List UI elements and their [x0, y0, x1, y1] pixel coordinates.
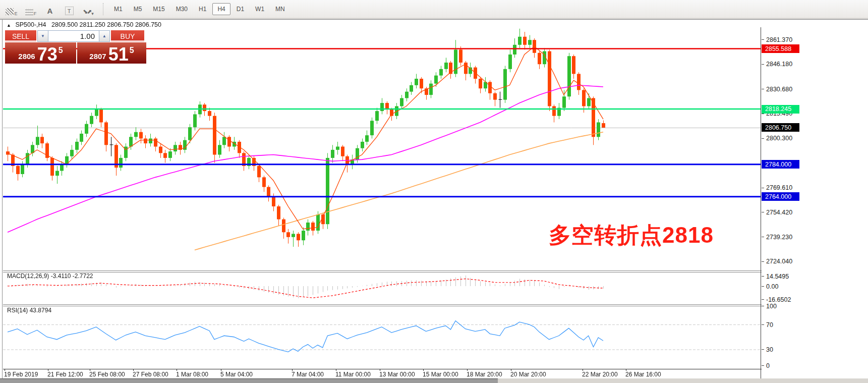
price-axis-tick: 2769.610	[762, 184, 792, 192]
timeframe-button-M5[interactable]: M5	[129, 3, 147, 15]
timeframe-button-M15[interactable]: M15	[148, 3, 169, 15]
time-axis-label: 1 Mar 08:00	[176, 371, 208, 378]
volume-increase-button[interactable]: ▲	[99, 30, 110, 42]
volume-input[interactable]: 1.00	[48, 30, 99, 42]
time-axis-label: 5 Mar 04:00	[220, 371, 253, 378]
price-level-badge: 2784.000	[762, 160, 799, 169]
timeframe-button-M30[interactable]: M30	[171, 3, 193, 15]
letter-a-glyph: A	[47, 7, 53, 15]
price-chart-canvas[interactable]	[3, 20, 762, 378]
time-axis-label: 18 Mar 20:00	[467, 371, 502, 378]
time-axis-label: 26 Mar 16:00	[625, 371, 661, 378]
time-axis-label: 21 Feb 12:00	[47, 371, 83, 378]
horizontal-scrollbar-thumb[interactable]	[0, 378, 498, 383]
sell-price-handle: 2806	[18, 52, 35, 61]
text-label-icon[interactable]: A	[42, 3, 57, 15]
sell-price-big-digits: 73	[37, 47, 57, 62]
price-axis-tick: 2861.370	[762, 35, 792, 44]
time-axis-label: 22 Mar 20:00	[582, 371, 618, 378]
price-axis-tick: 2724.040	[762, 257, 792, 266]
timeframe-bar: M1M5M15M30H1H4D1W1MN	[109, 3, 290, 15]
arrange-windows-icon[interactable]: ⬊⬈ ▾	[81, 3, 96, 15]
indicator-axis-tick: 30	[762, 345, 773, 354]
price-level-badge: 2855.588	[762, 44, 799, 53]
symbol-title: SP500-,H4	[15, 21, 46, 28]
timeframe-button-MN[interactable]: MN	[270, 3, 290, 15]
buy-price-handle: 2807	[89, 52, 106, 61]
ohlc-values: 2809.500 2811.250 2806.750 2806.750	[51, 21, 161, 28]
time-axis-label: 15 Mar 00:00	[423, 371, 458, 378]
icon-sub-letter: F	[34, 11, 37, 16]
timeframe-button-H4[interactable]: H4	[212, 3, 230, 15]
rsi-label: RSI(14) 43.8794	[7, 307, 51, 314]
toolbar: E F A T ⬊⬈ ▾ M1M5M15M30H1H4D1W1MN	[0, 0, 868, 19]
indicator-list-icon[interactable]: E	[4, 3, 19, 15]
chart-text-annotation: 多空转折点2818	[549, 221, 714, 250]
boxed-t-glyph: T	[65, 7, 74, 15]
mt4-terminal: E F A T ⬊⬈ ▾ M1M5M15M30H1H4D1W1MN ▲ SP50…	[0, 0, 868, 383]
time-axis-label: 11 Mar 00:00	[335, 371, 371, 378]
macd-label: MACD(12,26,9) -3.4110 -2.7722	[7, 272, 93, 280]
price-level-badge: 2806.750	[762, 123, 799, 132]
time-axis-label: 19 Feb 2019	[4, 371, 38, 378]
text-box-icon[interactable]: T	[62, 3, 77, 15]
price-level-badge: 2764.000	[762, 192, 799, 201]
trade-controls-row: SELL ▼ 1.00 ▲ BUY	[5, 30, 146, 42]
sell-price-pip-fraction: 5	[59, 46, 63, 55]
indicator-axis-tick: 0	[762, 361, 770, 370]
timeframe-button-M1[interactable]: M1	[109, 3, 128, 15]
price-axis-tick: 2830.680	[762, 85, 792, 93]
price-axis: 2861.3702846.1802830.6802815.4902800.300…	[762, 20, 868, 378]
time-axis-label: 13 Mar 00:00	[379, 371, 415, 378]
horizontal-scrollbar-track[interactable]	[0, 378, 868, 383]
buy-price-display[interactable]: 2807 51 5	[77, 42, 146, 64]
time-axis-label: 20 Mar 20:00	[510, 371, 546, 378]
buy-button[interactable]: BUY	[111, 30, 144, 42]
buy-price-big-digits: 51	[108, 47, 129, 62]
one-click-trade-panel: SELL ▼ 1.00 ▲ BUY 2806 73 5 2807 51 5	[5, 30, 146, 64]
hatch-glyph	[6, 8, 14, 15]
time-axis-label: 27 Feb 08:00	[133, 371, 168, 378]
sell-price-display[interactable]: 2806 73 5	[5, 42, 76, 64]
toolbar-separator	[103, 3, 104, 15]
sell-button[interactable]: SELL	[5, 30, 36, 42]
icon-sub-letter: E	[14, 11, 17, 16]
price-axis-tick: 2846.180	[762, 60, 792, 69]
timeframe-button-D1[interactable]: D1	[232, 3, 249, 15]
chart-window-top-border	[0, 19, 868, 20]
volume-decrease-button[interactable]: ▼	[37, 30, 48, 42]
indicator-axis-tick: 70	[762, 320, 773, 329]
chart-window-left-border	[2, 20, 3, 378]
collapse-triangle-icon[interactable]: ▲	[7, 23, 11, 28]
chevron-down-icon: ▾	[91, 11, 94, 16]
chart-header: ▲ SP500-,H4 2809.500 2811.250 2806.750 2…	[7, 21, 161, 28]
indicator-axis-tick: 14.5495	[762, 272, 789, 281]
timeframe-button-H1[interactable]: H1	[194, 3, 211, 15]
indicator-axis-tick: 0.00	[762, 282, 778, 291]
grid-properties-icon[interactable]: F	[23, 3, 38, 15]
price-axis-tick: 2754.420	[762, 208, 792, 216]
time-axis-label: 25 Feb 08:00	[89, 371, 125, 378]
price-axis-tick: 2739.230	[762, 233, 792, 241]
buy-price-pip-fraction: 5	[130, 46, 134, 55]
indicator-axis-tick: 100	[762, 302, 777, 310]
time-axis-label: 7 Mar 04:00	[292, 371, 324, 378]
grid-glyph	[25, 8, 33, 15]
timeframe-button-W1[interactable]: W1	[250, 3, 269, 15]
price-level-badge: 2818.245	[762, 105, 799, 114]
trade-prices-row: 2806 73 5 2807 51 5	[5, 42, 146, 64]
price-axis-tick: 2800.300	[762, 134, 792, 143]
diagonal-arrows-glyph: ⬊⬈	[83, 8, 91, 15]
